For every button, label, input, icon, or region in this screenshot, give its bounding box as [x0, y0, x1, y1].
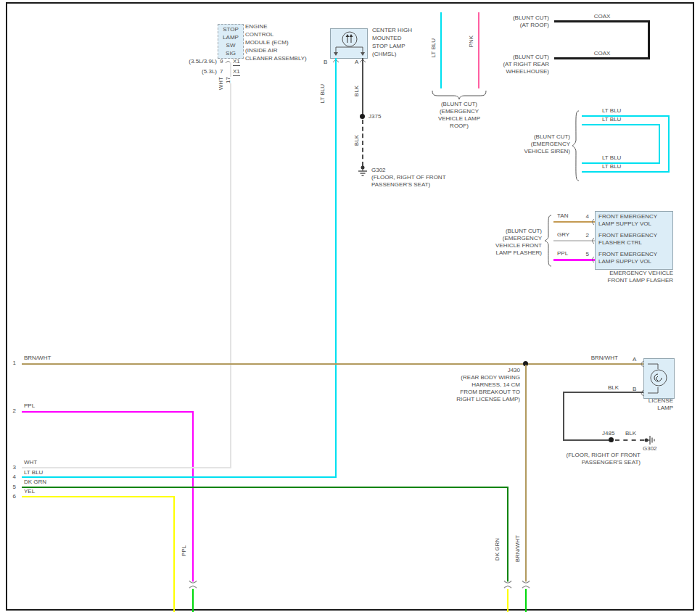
wire-ppl-vertical: [192, 411, 194, 582]
wiring-diagram: STOPLAMP SWSIG ENGINECONTROL MODULE (ECM…: [0, 0, 700, 612]
wire-number-5: 5: [10, 484, 16, 491]
pin-connector-icon: [638, 360, 644, 368]
wire-grn-below-brnwht: [525, 589, 527, 612]
coax-top-label: COAX: [580, 13, 624, 20]
ecm-pin-number-1: 9: [220, 58, 223, 65]
inline-connector-icon: [522, 580, 530, 589]
bulb-icon: [330, 28, 366, 57]
ecm-pin-box-label: STOPLAMP SWSIG: [218, 25, 243, 57]
pin-connector-icon: [590, 237, 595, 244]
bulb-icon: [643, 358, 673, 397]
wire-number-3: 3: [10, 464, 16, 471]
wire-label-wht: WHT: [218, 77, 224, 90]
chmsl-pin-a: A: [355, 59, 358, 66]
wire-ltblu-main: [22, 476, 337, 478]
ground-label-g302: G302: [371, 167, 386, 174]
wire-label-brnwht-bottom: BRN/WHT: [514, 535, 521, 562]
pin-connector-icon: [638, 389, 644, 397]
wire-label-pnk-roof: PNK: [468, 36, 474, 47]
wire-ppl-flasher: [553, 259, 595, 261]
ecm-description: ENGINECONTROL MODULE (ECM)(INSIDE AIR CL…: [245, 22, 307, 62]
wire-blk-license-h: [564, 392, 643, 393]
wire-label-yel-left: YEL: [24, 488, 35, 495]
wire-brnwht-main: [22, 363, 643, 365]
wire-gry: [553, 240, 595, 241]
wire-label-ltblu-left: LT BLU: [24, 469, 43, 476]
j430-note: (REAR BODY WIRINGHARNESS, 14 CM FROM BRE…: [433, 374, 520, 403]
wire-label-ppl-bottom: PPL: [181, 545, 187, 556]
wire-label-gry: GRY: [557, 231, 569, 239]
brace-icon: [544, 215, 551, 267]
wire-ltblu-vertical: [335, 58, 337, 478]
coax-bottom-note: (BLUNT CUT)(AT RIGHT REARWHEELHOUSE): [469, 54, 549, 75]
wire-blk-vertical: [362, 58, 363, 116]
ecm-pin-box: STOPLAMP SWSIG: [218, 24, 244, 59]
brace-icon: [572, 110, 579, 181]
wire-label-blk-upper: BLK: [353, 86, 360, 96]
wire-label-blk-j485: BLK: [625, 430, 636, 437]
splice-dot-j375: [360, 114, 365, 119]
wire-label-blk-license: BLK: [574, 384, 619, 392]
wire-wht-vertical: [230, 62, 231, 468]
wire-coax-right: [648, 20, 650, 59]
wire-grn-below-ppl: [192, 589, 194, 612]
chmsl-description: CENTER HIGHMOUNTED STOP LAMP(CHMSL): [372, 26, 412, 58]
flasher-name: EMERGENCY VEHICLEFRONT LAMP FLASHER: [572, 270, 673, 284]
siren-wire-label-1: LT BLU: [602, 107, 621, 115]
splice-label-j375: J375: [368, 113, 381, 120]
coax-bottom-label: COAX: [580, 50, 624, 57]
wire-label-tan: TAN: [557, 212, 568, 220]
ecm-pin-number-2: 7: [220, 68, 223, 75]
flasher-note: (BLUNT CUT)(EMERGENCY VEHICLE FRONTLAMP …: [472, 228, 542, 257]
siren-wire-label-3: LT BLU: [602, 154, 621, 162]
flasher-fn-1: FRONT EMERGENCYLAMP SUPPLY VOL: [598, 213, 657, 228]
wire-ppl-main: [22, 411, 193, 413]
flasher-fn-3: FRONT EMERGENCYLAMP SUPPLY VOL: [598, 251, 657, 265]
wire-blk-license-v: [563, 392, 564, 441]
ground-icon: [644, 435, 656, 445]
license-pin-a: A: [633, 356, 636, 363]
wire-label-ltblu-roof: LT BLU: [430, 38, 437, 57]
wire-yel-vertical: [173, 496, 175, 612]
wire-dkgrn-vertical: [507, 487, 508, 582]
wire-label-brnwht-right: BRN/WHT: [573, 355, 618, 362]
pin-connector-icon: [590, 256, 595, 263]
wire-number-1: 1: [10, 360, 16, 367]
wire-label-dkgrn-left: DK GRN: [24, 479, 46, 486]
wire-coax-top: [554, 20, 650, 22]
wire-coax-bottom: [554, 57, 650, 59]
wire-yel-below-dkgrn: [507, 589, 508, 612]
wire-blk-dashed: [362, 120, 363, 166]
wire-label-dkgrn-bottom: DK GRN: [494, 538, 501, 561]
wire-number-6: 6: [10, 493, 16, 500]
flasher-pin-2: 2: [579, 232, 589, 239]
ground-icon: [358, 165, 368, 177]
chmsl-pin-b: B: [324, 59, 327, 66]
siren-wire-label-4: LT BLU: [602, 163, 621, 170]
flasher-pin-4: 4: [579, 213, 589, 220]
ecm-connector-2: X1: [233, 68, 240, 76]
ecm-connector-1: X1: [233, 58, 240, 66]
wire-wht-main: [22, 467, 231, 468]
siren-wire-label-2: LT BLU: [602, 116, 621, 123]
wire-label-brnwht-left: BRN/WHT: [24, 355, 51, 362]
siren-note: (BLUNT CUT)(EMERGENCYVEHICLE SIREN): [501, 133, 570, 155]
pin-connector-icon: [590, 218, 595, 226]
wire-ltblu-roof: [440, 12, 442, 88]
wire-label-wht-left: WHT: [24, 459, 37, 466]
diagram-border: [6, 2, 694, 611]
wire-siren-inner-link: [659, 124, 660, 164]
wire-blk-license-h2: [563, 439, 611, 441]
license-lamp-name: LICENSELAMP: [622, 397, 673, 412]
wire-siren-outer-link: [668, 115, 670, 173]
brace-icon: [431, 91, 487, 99]
inline-connector-icon: [503, 580, 512, 589]
wire-label-ppl: PPL: [557, 250, 568, 257]
wire-dkgrn-main: [22, 487, 508, 488]
splice-dot-j485: [609, 437, 614, 442]
wire-label-ltblu: LT BLU: [319, 84, 326, 103]
wire-circuit-17: 17: [225, 77, 231, 83]
license-ground-description: (FLOOR, RIGHT OF FRONTPASSENGER'S SEAT): [532, 452, 641, 466]
wire-siren-4: [582, 171, 670, 173]
wire-siren-1: [582, 115, 670, 117]
